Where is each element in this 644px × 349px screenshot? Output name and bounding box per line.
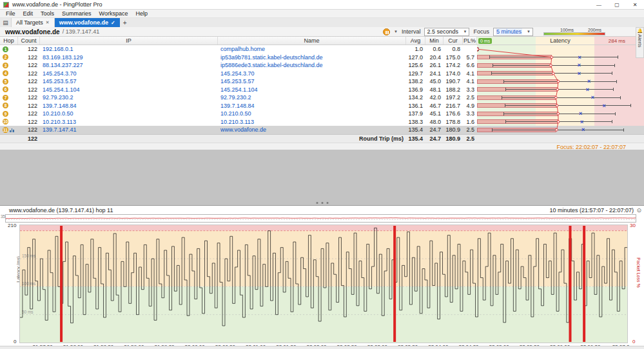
pause-button[interactable] [383, 28, 390, 35]
header-ip[interactable]: IP [40, 37, 218, 45]
hop-status-icon: 4 [3, 70, 8, 76]
table-row-hop-11[interactable]: 11122139.7.147.41www.vodafone.de135.424.… [0, 126, 644, 134]
table-row-hop-9[interactable]: 912210.210.0.5010.210.0.50137.945.1176.6… [0, 110, 644, 118]
maximize-button[interactable]: ▢ [608, 0, 626, 10]
avg-cell: 136.1 [406, 102, 425, 110]
cur-cell: 175.0 [444, 54, 463, 62]
header-latency[interactable]: 0 ms Latency 284 ms [477, 37, 644, 45]
packet-loss-bar [583, 226, 585, 342]
menu-item-tools[interactable]: Tools [37, 10, 58, 17]
hop-status-icon: 3 [3, 63, 8, 68]
y-axis-min-label: 0 [14, 339, 16, 344]
horizontal-scrollbar[interactable] [0, 346, 644, 349]
name-cell: ip5886ede3.static.kabel-deutschland.de [218, 61, 406, 70]
ip-cell: 192.168.0.1 [40, 45, 218, 54]
pl-cell: 6.6 [463, 61, 477, 70]
current-latency-marker: × [578, 54, 581, 61]
latency-plot[interactable]: 150 ms100 ms50 ms [19, 224, 628, 343]
table-row-hop-10[interactable]: 1012210.210.3.11310.210.3.113138.348.017… [0, 118, 644, 126]
table-row-hop-7[interactable]: 712292.79.230.292.79.230.2134.242.0197.2… [0, 94, 644, 102]
count-cell: 122 [18, 118, 40, 126]
latency-graph-cell: × [477, 126, 644, 134]
min-max-whisker [505, 120, 612, 123]
loss-axis-max-label: 30 [630, 223, 636, 228]
table-row-hop-6[interactable]: 6122145.254.1.104145.254.1.104136.948.11… [0, 86, 644, 94]
count-cell: 122 [18, 94, 40, 102]
header-hop[interactable]: Hop [0, 37, 18, 45]
splitter-handle[interactable] [316, 202, 328, 204]
tab-all-targets[interactable]: All Targets ✕ [12, 18, 55, 27]
ip-cell: 83.169.183.129 [40, 54, 218, 62]
cur-cell: 216.7 [444, 102, 463, 110]
mini-scale-label: 35 [1, 214, 5, 219]
alerts-side-tab[interactable]: 🔔 Alerts [636, 27, 644, 58]
tab-bar: ▤ All Targets ✕ www.vodafone.de ✓ + [0, 18, 644, 27]
menu-item-help[interactable]: Help [132, 10, 151, 17]
table-row-hop-2[interactable]: 212283.169.183.129ip53a9b781.static.kabe… [0, 54, 644, 62]
pl-cell: 2.5 [463, 94, 477, 102]
trace-table-header: Hop Count IP Name Avg Min Cur PL% 0 ms L… [0, 37, 644, 45]
targets-grid-icon[interactable]: ▤ [0, 18, 12, 27]
table-row-hop-3[interactable]: 312288.134.237.227ip5886ede3.static.kabe… [0, 61, 644, 70]
summary-min: 24.7 [425, 135, 444, 143]
header-cur[interactable]: Cur [444, 37, 463, 45]
avg-cell: 127.0 [406, 54, 425, 62]
tab-close-icon[interactable]: ✕ [46, 20, 50, 25]
current-latency-marker: × [477, 45, 479, 53]
focus-value: 5 minutes [496, 28, 522, 35]
name-cell: compalhub.home [218, 45, 406, 54]
new-tab-button[interactable]: + [120, 18, 130, 27]
packet-loss-bar [60, 226, 63, 342]
interval-select[interactable]: 2.5 seconds ▼ [424, 28, 469, 36]
focus-label: Focus [473, 28, 489, 35]
max-ms-label: 284 ms [609, 38, 625, 44]
zoom-reset-icon[interactable]: ⊙ [636, 207, 641, 214]
hop-cell: 5 [0, 77, 18, 86]
min-max-whisker [505, 88, 614, 91]
table-row-hop-1[interactable]: 1122192.168.0.1compalhub.home1.00.60.8× [0, 45, 644, 54]
chevron-down-icon[interactable]: ▼ [394, 30, 398, 34]
current-latency-marker: × [586, 86, 589, 94]
current-latency-marker: × [581, 126, 585, 134]
latency-graph-cell: × [477, 94, 644, 102]
hop-cell: 8 [0, 102, 18, 110]
hop-status-icon: 8 [3, 103, 8, 108]
hop-cell: 6 [0, 86, 18, 94]
graph-range-label: 10 minutes (21:57:07 - 22:07:07) [549, 207, 634, 214]
count-cell: 122 [18, 70, 40, 78]
name-cell: 145.254.1.104 [218, 86, 406, 94]
count-cell: 122 [18, 102, 40, 110]
close-button[interactable]: ✕ [626, 0, 644, 10]
svg-text:50 ms: 50 ms [22, 310, 34, 314]
min-cell: 26.1 [425, 61, 444, 70]
app-icon [3, 2, 9, 8]
table-row-hop-5[interactable]: 5122145.253.5.57145.253.5.57138.245.0190… [0, 77, 644, 86]
table-row-hop-8[interactable]: 8122139.7.148.84139.7.148.84136.146.7216… [0, 102, 644, 110]
menu-item-workspace[interactable]: Workspace [95, 10, 132, 17]
overview-mini-graph[interactable] [5, 214, 636, 223]
summary-pl: 2.5 [463, 135, 477, 143]
hop-cell: 3 [0, 61, 18, 70]
avg-cell: 1.0 [406, 45, 425, 54]
header-min[interactable]: Min [425, 37, 444, 45]
header-count[interactable]: Count [18, 37, 40, 45]
menu-item-file[interactable]: File [2, 10, 19, 17]
cur-cell: 180.9 [444, 126, 463, 134]
collapsed-timegraph-area [0, 150, 644, 205]
focus-select[interactable]: 5 minutes ▼ [493, 28, 533, 36]
minimize-button[interactable]: — [590, 0, 608, 10]
name-cell: 139.7.148.84 [218, 102, 406, 110]
cur-cell: 174.2 [444, 61, 463, 70]
interval-label: Interval [402, 28, 421, 35]
latency-graph-cell: × [477, 86, 644, 94]
header-avg[interactable]: Avg [406, 37, 425, 45]
avg-cell: 135.4 [406, 126, 425, 134]
menu-item-edit[interactable]: Edit [19, 10, 37, 17]
menu-bar: FileEditToolsSummariesWorkspaceHelp [0, 10, 644, 18]
header-name[interactable]: Name [218, 37, 406, 45]
latency-graph-cell: × [477, 118, 644, 126]
menu-item-summaries[interactable]: Summaries [58, 10, 95, 17]
table-row-hop-4[interactable]: 4122145.254.3.70145.254.3.70129.724.1174… [0, 70, 644, 78]
header-pl[interactable]: PL% [463, 37, 477, 45]
tab-target[interactable]: www.vodafone.de ✓ [55, 18, 120, 27]
